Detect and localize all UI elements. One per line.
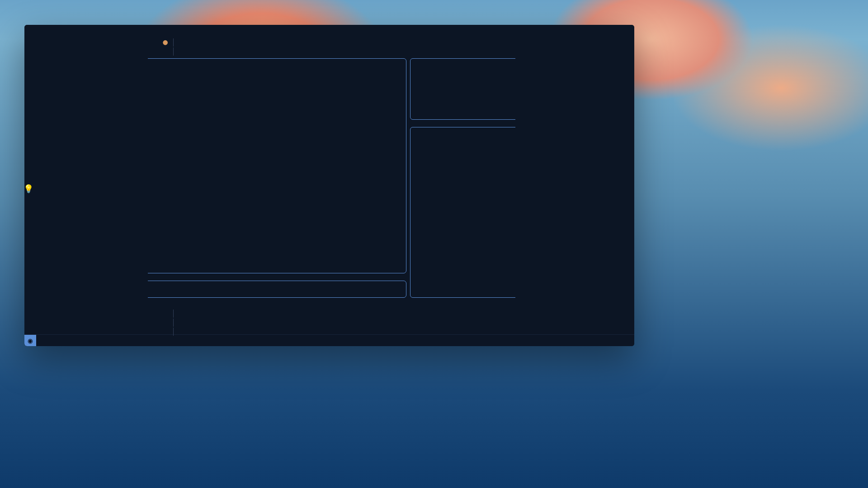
camera-icon[interactable]: ◉ [24, 335, 36, 347]
gutter: ● [148, 36, 173, 58]
outline-panel[interactable] [515, 25, 634, 334]
sessions-panel[interactable] [410, 127, 515, 298]
explorer-panel: 💡 [24, 25, 148, 334]
chatgpt-panel [148, 58, 406, 273]
floating-windows [148, 58, 515, 334]
status-bar: ◉ [24, 334, 634, 346]
settings-panel[interactable] [410, 58, 515, 120]
main-area: ● [148, 25, 515, 334]
prompt-panel[interactable] [148, 281, 406, 298]
tab-bar [148, 25, 515, 36]
file-tree[interactable] [24, 28, 148, 334]
lightbulb-icon: 💡 [24, 184, 33, 193]
code-area[interactable] [173, 36, 515, 58]
buffer-tail [148, 307, 515, 336]
editor-window: 💡 ● [24, 25, 634, 346]
content-area: 💡 ● [24, 25, 634, 334]
buffer-header: ● [148, 36, 515, 58]
chatgpt-content[interactable] [148, 63, 400, 268]
buffer-title-row: ● [148, 38, 168, 46]
